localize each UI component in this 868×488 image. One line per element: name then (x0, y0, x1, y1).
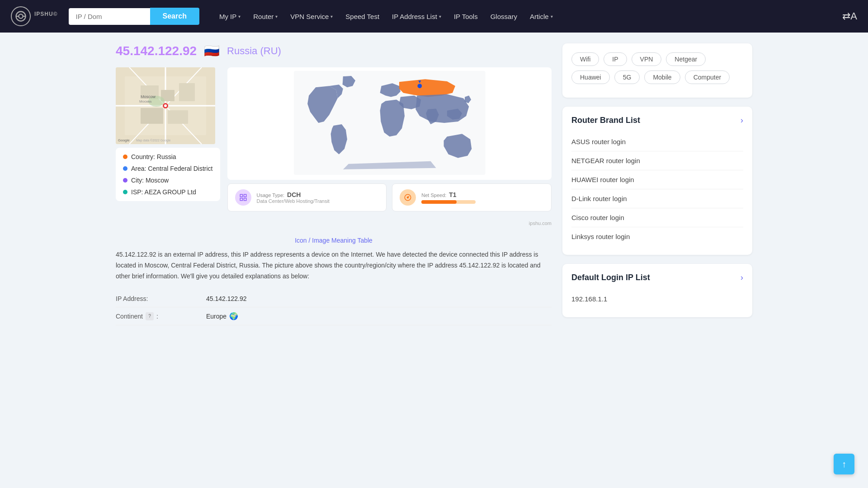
svg-text:Google: Google (118, 138, 130, 142)
svg-text:Map data ©2022 Google: Map data ©2022 Google (136, 139, 170, 142)
router-list-item[interactable]: Cisco router login (571, 208, 743, 227)
default-ip-item[interactable]: 192.168.1.1 (571, 290, 743, 308)
detail-label-ip: IP Address: (116, 295, 206, 302)
nav-item-glossary[interactable]: Glossary (485, 9, 523, 24)
country-label: Country: Russia (131, 153, 176, 160)
usage-type-card: Usage Type: DCH Data Center/Web Hosting/… (227, 183, 387, 211)
search-bar: Search (69, 8, 199, 25)
tag-computer[interactable]: Computer (685, 70, 730, 84)
nav-item-iptools[interactable]: IP Tools (448, 9, 483, 24)
speed-bar (421, 200, 476, 204)
logo-icon (11, 6, 31, 26)
country-flag: 🇷🇺 (204, 43, 220, 58)
router-brand-list: ASUS router login NETGEAR router login H… (571, 132, 743, 246)
default-login-ip-list: 192.168.1.1 (571, 290, 743, 308)
info-city: City: Moscow (123, 177, 213, 184)
default-login-ip-list-arrow[interactable]: › (741, 273, 743, 282)
usage-type-sub: Data Center/Web Hosting/Transit (257, 198, 330, 204)
world-map (227, 67, 552, 180)
net-speed-value: T1 (449, 191, 456, 198)
net-speed-icon (400, 189, 416, 206)
page-layout: 45.142.122.92 🇷🇺 Russia (RU) (108, 33, 760, 337)
tags-row-2: Huawei 5G Mobile Computer (571, 70, 743, 84)
tag-netgear[interactable]: Netgear (666, 52, 706, 66)
tag-vpn[interactable]: VPN (632, 52, 662, 66)
chevron-down-icon: ▾ (330, 14, 333, 19)
svg-rect-25 (240, 194, 242, 197)
search-input[interactable] (69, 8, 150, 25)
tags-card: Wifi IP VPN Netgear Huawei 5G Mobile Com… (562, 43, 752, 98)
usage-type-icon (235, 189, 251, 206)
svg-point-1 (19, 14, 23, 18)
svg-text:Москва: Москва (139, 99, 152, 103)
info-country: Country: Russia (123, 153, 213, 160)
tag-wifi[interactable]: Wifi (571, 52, 599, 66)
tag-ip[interactable]: IP (604, 52, 627, 66)
router-list-item[interactable]: D-Link router login (571, 189, 743, 208)
logo-text: IPSHU© (34, 10, 58, 22)
chevron-down-icon: ▾ (275, 14, 278, 19)
router-list-item[interactable]: NETGEAR router login (571, 151, 743, 170)
nav-item-article[interactable]: Article ▾ (524, 9, 558, 24)
ip-details: IP Address: 45.142.122.92 Continent ? : … (116, 291, 552, 325)
svg-rect-13 (141, 108, 163, 124)
country-dot (123, 155, 127, 159)
watermark: ipshu.com (227, 221, 552, 226)
router-list-item[interactable]: HUAWEI router login (571, 170, 743, 189)
google-map: Moscow Москва Google Map data ©2022 Goog… (116, 67, 215, 144)
router-brand-list-title: Router Brand List (571, 116, 640, 125)
speed-bar-fill (421, 200, 457, 204)
detail-label-continent: Continent ? : (116, 312, 206, 320)
net-speed-card: Net Speed: T1 (392, 183, 552, 211)
description: 45.142.122.92 is an external IP address,… (116, 249, 552, 282)
city-label: City: Moscow (131, 177, 169, 184)
area-label: Area: Central Federal District (131, 165, 213, 172)
detail-row-continent: Continent ? : Europe 🌍 (116, 307, 552, 325)
info-isp: ISP: AEZA GROUP Ltd (123, 188, 213, 196)
ip-header: 45.142.122.92 🇷🇺 Russia (RU) (116, 43, 552, 58)
tags-row-1: Wifi IP VPN Netgear (571, 52, 743, 66)
svg-rect-26 (244, 194, 246, 197)
nav-item-iplist[interactable]: IP Address List ▾ (387, 9, 447, 24)
svg-rect-27 (240, 198, 242, 201)
default-login-ip-list-card: Default Login IP List › 192.168.1.1 (562, 264, 752, 317)
nav-item-vpn[interactable]: VPN Service ▾ (285, 9, 338, 24)
svg-rect-14 (168, 110, 188, 124)
detail-value-ip: 45.142.122.92 (206, 295, 247, 302)
chevron-down-icon: ▾ (238, 14, 241, 19)
area-dot (123, 166, 127, 171)
globe-icon: 🌍 (229, 312, 238, 320)
info-area: Area: Central Federal District (123, 165, 213, 172)
nav-item-router[interactable]: Router ▾ (248, 9, 283, 24)
tag-huawei[interactable]: Huawei (571, 70, 610, 84)
net-speed-info: Net Speed: T1 (421, 191, 476, 204)
default-login-ip-list-title: Default Login IP List (571, 273, 650, 282)
tag-mobile[interactable]: Mobile (644, 70, 680, 84)
nav-item-myip[interactable]: My IP ▾ (214, 9, 246, 24)
header-right: ⇄A (842, 10, 857, 22)
nav-item-speedtest[interactable]: Speed Test (340, 9, 385, 24)
metrics-row: Usage Type: DCH Data Center/Web Hosting/… (227, 183, 552, 211)
default-login-ip-list-header: Default Login IP List › (571, 273, 743, 282)
usage-type-info: Usage Type: DCH Data Center/Web Hosting/… (257, 191, 330, 204)
isp-dot (123, 190, 127, 194)
search-button[interactable]: Search (150, 8, 199, 25)
country-name: Russia (RU) (227, 45, 281, 57)
icon-table-link[interactable]: Icon / Image Meaning Table (116, 237, 552, 244)
isp-label: ISP: AEZA GROUP Ltd (131, 188, 196, 196)
main-nav: My IP ▾ Router ▾ VPN Service ▾ Speed Tes… (214, 9, 842, 24)
header: IPSHU© Search My IP ▾ Router ▾ VPN Servi… (0, 0, 868, 33)
usage-type-label: Usage Type: (257, 192, 285, 198)
router-list-item[interactable]: Linksys router login (571, 227, 743, 246)
svg-point-23 (417, 84, 422, 88)
translate-button[interactable]: ⇄A (842, 10, 857, 22)
tag-5g[interactable]: 5G (614, 70, 640, 84)
chevron-down-icon: ▾ (551, 14, 553, 19)
detail-row-ip: IP Address: 45.142.122.92 (116, 291, 552, 307)
info-panel: Country: Russia Area: Central Federal Di… (116, 148, 220, 201)
router-brand-list-header: Router Brand List › (571, 116, 743, 125)
usage-type-value: DCH (287, 191, 301, 198)
ip-address-title: 45.142.122.92 (116, 44, 197, 58)
router-list-item[interactable]: ASUS router login (571, 132, 743, 151)
router-brand-list-arrow[interactable]: › (741, 116, 743, 125)
